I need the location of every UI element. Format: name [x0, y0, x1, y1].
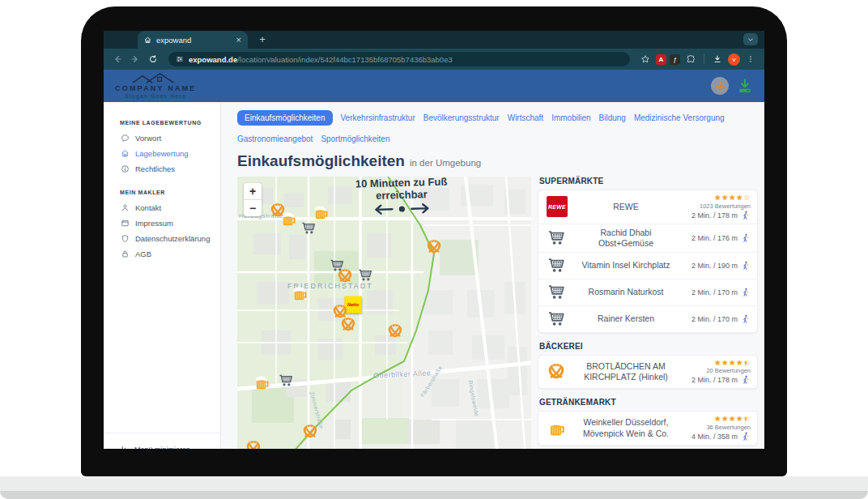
map-marker-pretzel[interactable]: [245, 440, 262, 449]
place-name: BROTLÄDCHEN AM KIRCHPLATZ (Hinkel): [571, 361, 681, 382]
map[interactable]: + − 10 Minuten zu Fuß erreichbar: [237, 177, 531, 449]
map-marker-beer[interactable]: [291, 286, 308, 303]
page-title: Einkaufsmöglichkeiten: [237, 152, 405, 170]
list-item[interactable]: Rachid Dhabi Obst+Gemüse2 Min. / 176 m: [538, 224, 757, 252]
sidebar-item-agb[interactable]: AGB: [104, 246, 220, 262]
collapse-menu-button[interactable]: Menü minimieren: [104, 445, 220, 449]
page-subtitle: in der Umgebung: [410, 158, 481, 168]
sidebar-item-vorwort[interactable]: Vorwort: [104, 130, 220, 146]
tab-medizinische-versorgung[interactable]: Medizinische Versorgung: [634, 110, 725, 126]
results-card: BROTLÄDCHEN AM KIRCHPLATZ (Hinkel)☆☆☆☆☆★…: [538, 355, 758, 390]
person-icon: [121, 203, 130, 212]
category-tabs: EinkaufsmöglichkeitenVerkehrsinfrastrukt…: [237, 110, 760, 147]
collapse-arrow-icon: [121, 445, 130, 449]
list-item[interactable]: REWEREWE☆☆☆☆☆★★★★★1023 Bewertungen2 Min.…: [538, 190, 757, 224]
sidebar-item-lagebewertung[interactable]: Lagebewertung: [104, 146, 220, 161]
sidebar-item-datenschutzerkl-rung[interactable]: Datenschutzerklärung: [104, 231, 220, 246]
new-tab-button[interactable]: +: [256, 33, 269, 46]
export-download-icon[interactable]: [737, 78, 753, 94]
shield-icon: [121, 234, 130, 243]
map-marker-beer[interactable]: [313, 204, 330, 221]
map-marker-pretzel[interactable]: [339, 317, 356, 334]
map-marker-pretzel[interactable]: [302, 423, 319, 440]
chat-icon: [121, 134, 130, 143]
star-rating: ☆☆☆☆☆★★★★★: [714, 359, 751, 367]
walk-distance: 4 Min. / 358 m: [691, 433, 738, 441]
collapse-menu-label: Menü minimieren: [134, 446, 190, 450]
group-title: BÄCKEREI: [539, 342, 758, 351]
sidebar-item-label: Datenschutzerklärung: [135, 234, 210, 243]
map-zoom-out-button[interactable]: −: [244, 200, 262, 216]
bookmark-star-icon[interactable]: [638, 52, 653, 66]
downloads-icon[interactable]: [710, 52, 725, 66]
sidebar-item-label: AGB: [135, 250, 151, 258]
sidebar-item-kontakt[interactable]: Kontakt: [104, 200, 220, 215]
tab-einkaufsm-glichkeiten[interactable]: Einkaufsmöglichkeiten: [237, 110, 333, 126]
reload-icon[interactable]: [146, 52, 160, 66]
walking-person-icon: [741, 211, 751, 220]
laptop-base-edge: [0, 491, 868, 499]
lock-icon: [121, 250, 130, 258]
forward-icon[interactable]: [128, 52, 143, 66]
rewe-logo: REWE: [547, 196, 568, 217]
place-name: REWE: [571, 202, 681, 212]
pdf-extension-icon[interactable]: A: [656, 54, 666, 65]
results-card: REWEREWE☆☆☆☆☆★★★★★1023 Bewertungen2 Min.…: [538, 190, 758, 333]
url-bar[interactable]: expowand.de/locationValuation/index/542f…: [168, 52, 630, 66]
browser-tab[interactable]: expowand ×: [138, 31, 248, 49]
browser-profile-avatar[interactable]: v: [728, 53, 740, 66]
walking-person-icon: [741, 288, 751, 297]
map-marker-cart[interactable]: [278, 373, 294, 389]
browser-toolbar: expowand.de/locationValuation/index/542f…: [104, 49, 764, 70]
tab-bev-lkerungsstruktur[interactable]: Bevölkerungsstruktur: [423, 110, 500, 126]
tab-gastronomieangebot[interactable]: Gastronomieangebot: [237, 131, 313, 147]
sidebar-item-impressum[interactable]: Impressum: [104, 215, 220, 231]
fx-extension-icon[interactable]: ƒ: [670, 54, 680, 65]
cart-icon: [547, 309, 571, 329]
walk-distance: 2 Min. / 170 m: [691, 288, 738, 296]
sidebar-item-rechtliches[interactable]: Rechtliches: [104, 161, 220, 177]
map-marker-pretzel[interactable]: [425, 239, 442, 256]
company-logo[interactable]: COMPANY NAME Slogan Goes Here: [115, 72, 197, 100]
star-rating: ☆☆☆☆☆★★★★★: [714, 194, 751, 202]
list-item[interactable]: BROTLÄDCHEN AM KIRCHPLATZ (Hinkel)☆☆☆☆☆★…: [538, 356, 757, 389]
sun-icon: [715, 81, 725, 92]
tab-search-chevron-icon[interactable]: [743, 33, 758, 45]
sidebar-item-label: Lagebewertung: [135, 149, 189, 158]
map-marker-pretzel[interactable]: [386, 323, 403, 340]
place-name: Weinkeller Düsseldorf, Mövenpick Wein & …: [571, 417, 681, 438]
tab-sportm-glichkeiten[interactable]: Sportmöglichkeiten: [321, 131, 389, 147]
map-marker-pretzel[interactable]: [336, 267, 353, 284]
tab-verkehrsinfrastruktur[interactable]: Verkehrsinfrastruktur: [341, 110, 415, 126]
main-content: EinkaufsmöglichkeitenVerkehrsinfrastrukt…: [221, 102, 764, 449]
list-item[interactable]: Weinkeller Düsseldorf, Mövenpick Wein & …: [538, 412, 757, 445]
map-marker-cart[interactable]: [357, 267, 373, 284]
annotation-arrows-icon: [372, 203, 431, 215]
place-name: Vitamin Insel Kirchplatz: [571, 260, 681, 271]
tab-close-icon[interactable]: ×: [236, 36, 241, 45]
extensions-puzzle-icon[interactable]: [683, 52, 698, 66]
list-item[interactable]: Rainer Kersten2 Min. / 170 m: [538, 305, 757, 332]
laptop-base: [0, 476, 868, 493]
sidebar-section-title: MEIN MAKLER: [104, 190, 220, 200]
tab-wirtschaft[interactable]: Wirtschaft: [508, 110, 543, 126]
star-rating: ☆☆☆☆☆★★★★★: [714, 415, 751, 423]
walking-person-icon: [741, 375, 751, 385]
back-icon[interactable]: [110, 52, 125, 66]
sidebar-section-title: MEINE LAGEBEWERTUNG: [104, 120, 220, 130]
map-marker-beer[interactable]: [253, 375, 270, 392]
tab-bildung[interactable]: Bildung: [599, 110, 626, 126]
group-title: SUPERMÄRKTE: [539, 177, 758, 186]
favicon-home-icon: [144, 36, 151, 44]
cart-icon: [547, 283, 571, 302]
theme-toggle-button[interactable]: [711, 77, 729, 95]
map-zoom-in-button[interactable]: +: [244, 183, 262, 199]
browser-menu-kebab-icon[interactable]: [743, 52, 758, 66]
tab-immobilien[interactable]: Immobilien: [551, 110, 590, 126]
list-item[interactable]: Vitamin Insel Kirchplatz2 Min. / 190 m: [538, 252, 757, 279]
site-settings-icon[interactable]: [176, 55, 184, 63]
map-marker-beer[interactable]: [280, 211, 297, 228]
list-item[interactable]: Rosmarin Naturkost2 Min. / 170 m: [538, 279, 757, 305]
map-marker-cart[interactable]: [300, 220, 317, 237]
place-name: Rachid Dhabi Obst+Gemüse: [571, 228, 681, 249]
